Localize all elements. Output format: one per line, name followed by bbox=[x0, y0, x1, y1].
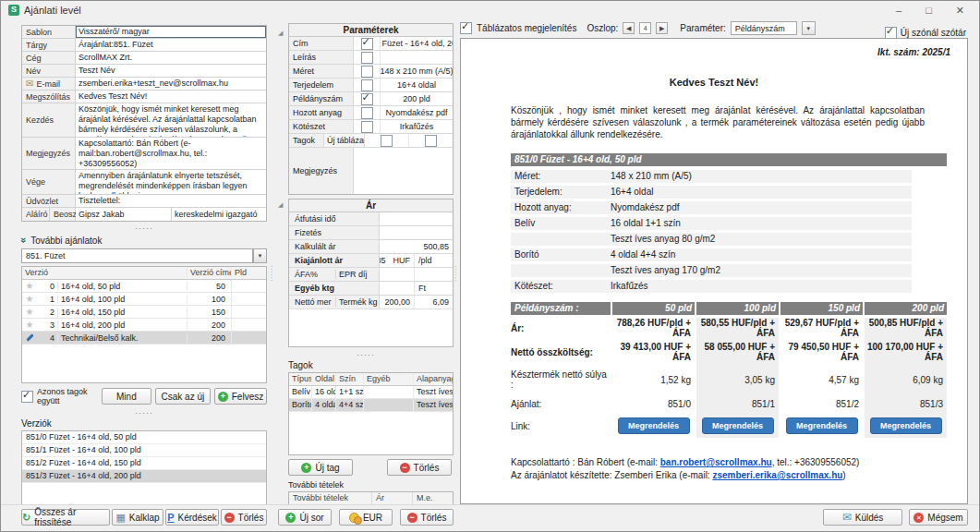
version-item[interactable]: 851/0 Füzet - 16+4 old, 50 pld bbox=[22, 431, 266, 444]
order-button[interactable]: Megrendelés bbox=[786, 417, 858, 434]
uj-tablazat-button[interactable]: Új táblázat bbox=[324, 134, 365, 147]
megsem-button[interactable]: Mégsem bbox=[909, 509, 968, 526]
leiras-checkbox[interactable] bbox=[361, 52, 373, 64]
cim-checkbox[interactable] bbox=[361, 38, 373, 50]
contact-email-link[interactable]: ban.robert@scrollmax.hu bbox=[660, 457, 772, 467]
col-cime[interactable]: Verzió címe bbox=[187, 268, 231, 277]
refresh-all-prices-button[interactable]: Összes ár frissítése bbox=[21, 509, 110, 526]
egyeb-value[interactable] bbox=[380, 282, 414, 295]
signer-position-input[interactable]: kereskedelmi igazgató bbox=[172, 208, 266, 221]
col-tetel[interactable]: További tételek bbox=[289, 492, 371, 504]
member-row-selected[interactable]: Borító4 oldal4+4 színTeszt íves anyag 17… bbox=[289, 399, 453, 412]
offer-select[interactable]: 851. Füzet bbox=[21, 248, 253, 263]
email-input[interactable]: zsemberi.erika+teszt_nev@scrollmax.hu bbox=[76, 78, 266, 90]
chevron-down-icon[interactable] bbox=[802, 21, 816, 35]
nev-input[interactable]: Teszt Név bbox=[76, 65, 266, 77]
order-button[interactable]: Megrendelés bbox=[870, 417, 942, 434]
col-egyeb[interactable]: Egyéb bbox=[363, 373, 413, 385]
csak-az-uj-button[interactable]: Csak az új bbox=[155, 388, 211, 405]
col-pld[interactable]: Pld bbox=[231, 268, 266, 277]
star-icon[interactable] bbox=[26, 320, 34, 330]
kerdesek-button[interactable]: Kérdések bbox=[165, 509, 219, 526]
offer-row[interactable]: 316+4 old, 200 pld200 bbox=[22, 319, 266, 332]
peldanyszam-value[interactable]: 200 pld bbox=[381, 92, 453, 105]
col-szin[interactable]: Szín bbox=[335, 373, 363, 385]
kalklap-button[interactable]: Kalklap bbox=[112, 509, 163, 526]
megszolitas-input[interactable]: Kedves Teszt Név! bbox=[76, 91, 266, 103]
offer-row[interactable]: 116+4 old, 100 pld100 bbox=[22, 293, 266, 306]
col-verzio[interactable]: Verzió bbox=[22, 268, 57, 277]
col-ar[interactable]: Ár bbox=[371, 492, 412, 504]
megjegyzes-param-textarea[interactable] bbox=[354, 148, 453, 194]
torles-version-button[interactable]: Törlés bbox=[221, 509, 267, 526]
hozott-anyag-checkbox[interactable] bbox=[361, 107, 373, 119]
splitter-handle[interactable] bbox=[454, 265, 457, 282]
kezdes-textarea[interactable]: Köszönjük, hogy ismét minket keresett me… bbox=[76, 103, 266, 137]
collapse-icon[interactable] bbox=[278, 30, 283, 36]
col-oldal[interactable]: Oldal bbox=[311, 373, 335, 385]
maximize-icon[interactable]: □ bbox=[926, 5, 932, 16]
mind-button[interactable]: Mind bbox=[102, 388, 151, 405]
col-me[interactable]: M.e. bbox=[412, 492, 453, 504]
eur-button[interactable]: EUR bbox=[339, 509, 393, 526]
kiajanlott-value[interactable]: 500,85HUF bbox=[380, 254, 414, 267]
hozott-anyag-value[interactable]: Nyomdakész pdf bbox=[381, 106, 453, 119]
tagok-checkbox-1[interactable] bbox=[381, 135, 393, 147]
column-increment-icon[interactable]: ▶ bbox=[656, 22, 668, 34]
cim-value[interactable]: 851/3 Füzet - 16+4 old, 200 pld bbox=[381, 37, 453, 50]
star-icon[interactable] bbox=[26, 307, 34, 317]
peldanyszam-checkbox[interactable] bbox=[361, 93, 373, 105]
same-members-checkbox[interactable] bbox=[21, 391, 33, 403]
udvozlet-input[interactable]: Tisztelettel: bbox=[76, 195, 266, 207]
order-button[interactable]: Megrendelés bbox=[618, 417, 690, 434]
signer-name-input[interactable]: Gipsz Jakab bbox=[76, 208, 172, 221]
offer-row[interactable]: 016+4 old, 50 pld50 bbox=[22, 280, 266, 293]
vege-textarea[interactable]: Amennyiben árajánlatunk elnyerte tetszés… bbox=[76, 170, 266, 194]
wrench-icon[interactable] bbox=[26, 333, 33, 341]
star-icon[interactable] bbox=[26, 294, 34, 304]
splitter-handle[interactable] bbox=[21, 225, 267, 232]
offer-row-selected[interactable]: 4Technikai/Belső kalk.200 bbox=[22, 332, 266, 345]
fizetes-value[interactable] bbox=[380, 226, 453, 239]
torles-item-button[interactable]: Törlés bbox=[400, 509, 454, 526]
ceg-input[interactable]: ScrollMAX Zrt. bbox=[76, 52, 266, 64]
star-icon[interactable] bbox=[26, 281, 34, 291]
double-chevron-down-icon[interactable] bbox=[18, 237, 30, 243]
author-email-link[interactable]: zsemberi.erika@scrollmax.hu bbox=[712, 470, 842, 480]
version-item-selected[interactable]: 851/3 Füzet - 16+4 old, 200 pld bbox=[22, 470, 266, 483]
leiras-value[interactable] bbox=[381, 51, 453, 64]
splitter-handle[interactable] bbox=[278, 352, 454, 358]
splitter-handle[interactable] bbox=[21, 410, 267, 417]
column-count[interactable]: 4 bbox=[639, 22, 651, 34]
close-icon[interactable]: ✕ bbox=[956, 5, 964, 17]
epr-value[interactable] bbox=[414, 268, 453, 281]
tagok-checkbox-2[interactable] bbox=[425, 135, 437, 147]
collapse-icon[interactable] bbox=[278, 201, 283, 208]
atfutasi-value[interactable] bbox=[380, 212, 453, 225]
targy-input[interactable]: Árajánlat:851. Füzet bbox=[76, 39, 266, 51]
col-alapanyag[interactable]: Alapanyag bbox=[413, 373, 453, 385]
member-row[interactable]: Belív16 oldal1+1 színTeszt íves anyag 80… bbox=[289, 386, 453, 399]
kuldes-button[interactable]: Küldés bbox=[823, 509, 902, 526]
uj-tag-button[interactable]: Új tag bbox=[288, 459, 353, 476]
version-item[interactable]: 851/1 Füzet - 16+4 old, 100 pld bbox=[22, 444, 266, 457]
offer-row[interactable]: 216+4 old, 150 pld150 bbox=[22, 306, 266, 319]
uj-sor-button[interactable]: Új sor bbox=[278, 509, 332, 526]
terjedelem-value[interactable]: 16+4 oldal bbox=[381, 79, 453, 91]
chevron-down-icon[interactable] bbox=[253, 248, 267, 263]
tabular-view-checkbox[interactable] bbox=[460, 22, 472, 34]
order-button[interactable]: Megrendelés bbox=[702, 417, 774, 434]
koteszet-value[interactable]: Irkafűzés bbox=[381, 120, 453, 133]
terjedelem-checkbox[interactable] bbox=[361, 79, 373, 91]
minimize-icon[interactable]: – bbox=[896, 5, 901, 16]
sablon-input[interactable]: Visszatérő/ magyar bbox=[76, 26, 266, 38]
column-decrement-icon[interactable]: ◀ bbox=[623, 22, 635, 34]
afa-value[interactable] bbox=[380, 268, 414, 281]
meret-checkbox[interactable] bbox=[361, 66, 373, 78]
torles-tag-button[interactable]: Törlés bbox=[387, 459, 452, 476]
meret-value[interactable]: 148 x 210 mm (A/5) bbox=[381, 65, 453, 78]
version-item[interactable]: 851/2 Füzet - 16+4 old, 150 pld bbox=[22, 457, 266, 470]
koteszet-checkbox[interactable] bbox=[361, 121, 373, 133]
megjegyzes-textarea[interactable]: Kapcsolattartó: Bán Róbert (e-mail:ban.r… bbox=[76, 138, 266, 169]
parameter-select[interactable]: Példányszám bbox=[731, 21, 797, 35]
